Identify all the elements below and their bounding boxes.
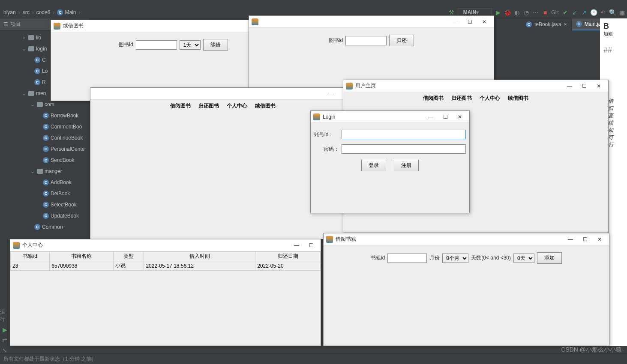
days-select[interactable]: 1天 xyxy=(180,40,201,50)
book-id-input[interactable] xyxy=(345,36,387,45)
minimize-icon[interactable]: — xyxy=(563,82,576,90)
account-input[interactable] xyxy=(342,130,466,139)
tree-node-manger[interactable]: ⌄manger xyxy=(0,166,90,177)
maximize-icon[interactable]: ☐ xyxy=(578,235,592,244)
tree-node-class[interactable]: CUpdateBook xyxy=(0,210,90,221)
search-icon[interactable]: 🔍 xyxy=(609,9,616,16)
return-button[interactable]: 归还 xyxy=(389,35,414,46)
window-titlebar[interactable]: —☐ xyxy=(90,88,355,100)
git-label: Git: xyxy=(551,9,559,15)
book-id-input[interactable] xyxy=(136,40,177,50)
password-input[interactable] xyxy=(342,144,466,154)
git-history-icon[interactable]: 🕐 xyxy=(590,9,597,16)
col-header[interactable]: 借入时间 xyxy=(144,252,255,261)
menu-return[interactable]: 归还图书 xyxy=(198,102,219,110)
run-icon[interactable]: ▶ xyxy=(495,9,501,16)
profile-icon[interactable]: ◔ xyxy=(523,9,530,16)
attach-icon[interactable]: ⋯ xyxy=(532,9,539,16)
minimize-icon[interactable]: — xyxy=(324,90,338,98)
minimize-icon[interactable]: — xyxy=(564,235,577,244)
continue-button[interactable]: 续借 xyxy=(203,39,228,51)
menu-borrow[interactable]: 借阅图书 xyxy=(170,102,191,110)
book-id-label: 图书id xyxy=(119,41,133,48)
git-rollback-icon[interactable]: ↶ xyxy=(600,9,606,16)
class-icon: C xyxy=(526,21,532,27)
breadcrumb-item[interactable]: CMain xyxy=(57,9,76,15)
tree-node-class[interactable]: CContinueBook xyxy=(0,132,90,143)
window-titlebar[interactable]: Login —☐✕ xyxy=(311,111,469,123)
close-icon[interactable]: × xyxy=(564,21,567,27)
menu-personal[interactable]: 个人中心 xyxy=(480,95,500,102)
java-icon xyxy=(326,236,333,243)
hammer-icon[interactable]: ⚒ xyxy=(448,9,455,16)
add-button[interactable]: 添加 xyxy=(537,252,562,264)
menu-personal[interactable]: 个人中心 xyxy=(227,102,247,110)
java-icon xyxy=(54,23,60,30)
tree-node-class[interactable]: CAddBook xyxy=(0,177,90,188)
close-icon[interactable]: ✕ xyxy=(593,235,606,244)
tree-node-class[interactable]: CCommon xyxy=(0,221,90,233)
tree-node-class[interactable]: CSelectBook xyxy=(0,199,90,210)
login-button[interactable]: 登录 xyxy=(361,160,386,171)
menu-borrow[interactable]: 借阅图书 xyxy=(423,95,444,102)
chevron-right-icon: › xyxy=(21,35,27,41)
tree-node-class[interactable]: CSendBook xyxy=(0,155,90,166)
maximize-icon[interactable]: ☐ xyxy=(577,82,591,90)
window-titlebar[interactable]: 个人中心 —☐ xyxy=(10,239,321,251)
cell: 2022-05-17 18:56:12 xyxy=(144,261,255,271)
close-icon[interactable]: ✕ xyxy=(453,113,467,121)
layout-icon[interactable]: ⇄ xyxy=(1,337,8,343)
minimize-icon[interactable]: — xyxy=(448,18,462,26)
col-header[interactable]: 归还日期 xyxy=(255,252,321,261)
cell: 657090938 xyxy=(50,261,114,271)
git-check-icon[interactable]: ✔ xyxy=(562,9,569,16)
close-icon[interactable]: ✕ xyxy=(592,82,606,90)
breadcrumb-item[interactable]: code6 xyxy=(36,9,51,15)
days-select[interactable]: 0天 xyxy=(513,254,534,263)
user-menu: 借阅图书 归还图书 个人中心 续借图书 xyxy=(343,92,608,104)
bold-label[interactable]: B xyxy=(603,22,624,31)
menu-continue[interactable]: 续借图书 xyxy=(508,95,528,102)
col-header[interactable]: 书籍id xyxy=(11,252,50,261)
register-button[interactable]: 注册 xyxy=(394,160,419,171)
col-header[interactable]: 类型 xyxy=(114,252,144,261)
maximize-icon[interactable]: ☐ xyxy=(463,18,477,26)
minimize-icon[interactable]: — xyxy=(290,241,303,250)
debug-icon[interactable]: 🐞 xyxy=(504,9,511,16)
chevron-down-icon: ⌄ xyxy=(21,46,27,52)
tree-node-class[interactable]: CPersonalCente xyxy=(0,143,90,155)
git-update-icon[interactable]: ↗ xyxy=(581,9,588,16)
stop-icon[interactable]: ■ xyxy=(542,9,549,16)
book-id-input[interactable] xyxy=(387,254,427,263)
breadcrumb-item[interactable]: hiyan xyxy=(3,9,16,15)
settings-icon[interactable]: ▦ xyxy=(618,9,625,16)
window-titlebar[interactable]: —☐✕ xyxy=(249,16,494,28)
editor-tab[interactable]: CteBook.java× xyxy=(522,18,572,30)
menu-continue[interactable]: 续借图书 xyxy=(255,102,276,110)
run-label[interactable]: 运行 xyxy=(0,308,9,323)
login-window[interactable]: Login —☐✕ 账号id： 密码： 登录 注册 xyxy=(310,110,470,213)
class-icon: C xyxy=(43,146,49,152)
table-row[interactable]: 23 657090938 小说 2022-05-17 18:56:12 2022… xyxy=(11,261,321,271)
month-select[interactable]: 0个月 xyxy=(442,254,468,263)
menu-return[interactable]: 归还图书 xyxy=(451,95,472,102)
maximize-icon[interactable]: ☐ xyxy=(438,113,452,121)
expand-icon[interactable]: ⤡ xyxy=(1,347,8,354)
coverage-icon[interactable]: ◐ xyxy=(513,9,520,16)
git-commit-icon[interactable]: ↙ xyxy=(571,9,578,16)
minimize-icon[interactable]: — xyxy=(424,113,438,121)
window-titlebar[interactable]: 借阅书籍 —☐✕ xyxy=(324,233,609,245)
close-icon[interactable]: ✕ xyxy=(477,18,491,26)
tree-node-class[interactable]: CBorrowBook xyxy=(0,110,90,121)
days-label: 天数(0< and <30) xyxy=(471,254,511,262)
col-header[interactable]: 书籍名称 xyxy=(50,252,114,261)
heading-label[interactable]: ## xyxy=(603,46,624,55)
tree-node-class[interactable]: CDelBook xyxy=(0,188,90,199)
borrow-book-window[interactable]: 借阅书籍 —☐✕ 书籍id 月份 0个月 天数(0< and <30) 0天 添… xyxy=(323,233,609,346)
personal-center-window[interactable]: 个人中心 —☐ 书籍id 书籍名称 类型 借入时间 归还日期 23 657090… xyxy=(10,239,321,346)
maximize-icon[interactable]: ☐ xyxy=(304,241,318,250)
play-icon[interactable]: ▶ xyxy=(1,326,8,333)
breadcrumb-item[interactable]: src xyxy=(23,9,30,15)
tree-node-class[interactable]: CCommentBoo xyxy=(0,121,90,132)
window-titlebar[interactable]: 用户主页 —☐✕ xyxy=(343,80,608,92)
